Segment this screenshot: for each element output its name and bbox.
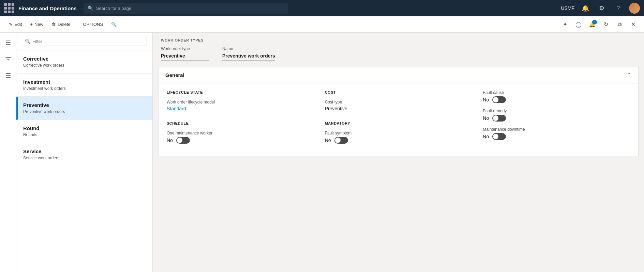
col1-value: Preventive: [161, 53, 209, 61]
edit-icon: ✎: [9, 22, 13, 27]
general-section-header[interactable]: General: [159, 67, 638, 83]
list-item-subtitle-preventive: Preventive work orders: [23, 109, 146, 114]
fault-remedy-toggle-row: No: [483, 115, 630, 122]
col1-header: Work order type: [161, 46, 209, 51]
edit-button[interactable]: ✎ Edit: [5, 20, 25, 29]
search-box[interactable]: 🔍: [84, 3, 288, 14]
fault-remedy-label: Fault remedy: [483, 109, 630, 113]
fault-symptom-toggle-row: No: [325, 137, 472, 144]
lifecycle-state-group-title: LIFECYCLE STATE: [167, 90, 314, 94]
fault-remedy-toggle-label: No: [483, 115, 489, 121]
one-worker-toggle-row: No: [167, 137, 314, 144]
app-grid-icon[interactable]: [4, 3, 14, 13]
cost-group-title: COST: [325, 90, 472, 94]
plus-icon: +: [30, 22, 33, 27]
cost-type-value: Preventive: [325, 106, 472, 113]
toolbar-right-group: ✦ ◯ 🔔 0 ↻ ⧉ ✕: [559, 19, 639, 30]
filter-input[interactable]: [32, 39, 144, 44]
fault-cause-label: Fault cause: [483, 90, 630, 95]
mandatory-group-title: MANDATORY: [325, 121, 472, 125]
nav-list-button[interactable]: ☰: [2, 69, 14, 82]
main-layout: ☰ ☰ 🔍 Corrective Corrective work orders …: [0, 33, 644, 272]
fault-cause-toggle-row: No: [483, 96, 630, 103]
list-item-title-corrective: Corrective: [23, 56, 146, 62]
search-toolbar-icon: 🔍: [111, 22, 117, 27]
notification-badge: 0: [592, 20, 597, 25]
topbar-right: USMF 🔔 ⚙ ?: [561, 3, 640, 14]
toolbar: ✎ Edit + New 🗑 Delete OPTIONS 🔍 ✦ ◯ 🔔 0 …: [0, 16, 644, 33]
list-item-subtitle-service: Service work orders: [23, 156, 146, 160]
list-item-service[interactable]: Service Service work orders: [16, 143, 152, 166]
notification-count-button[interactable]: 🔔 0: [587, 19, 598, 30]
filter-icon: [5, 56, 11, 62]
detail-columns: Work order type Preventive Name Preventi…: [161, 46, 636, 61]
list-item-investment[interactable]: Investment Investment work orders: [16, 74, 152, 97]
filter-search-icon: 🔍: [25, 39, 30, 44]
refresh-button[interactable]: ↻: [600, 19, 611, 30]
col2-value: Preventive work orders: [222, 53, 275, 61]
list-item-preventive[interactable]: Preventive Preventive work orders: [16, 97, 152, 120]
list-item-corrective[interactable]: Corrective Corrective work orders: [16, 50, 152, 74]
col-cost-mandatory: COST Cost type Preventive MANDATORY Faul…: [325, 90, 472, 149]
settings-button[interactable]: ⚙: [596, 3, 607, 14]
col1: Work order type Preventive: [161, 46, 209, 61]
env-label: USMF: [561, 5, 574, 11]
layout-button[interactable]: ✦: [559, 19, 570, 30]
list-panel: 🔍 Corrective Corrective work orders Inve…: [16, 33, 153, 272]
col-lifecycle-schedule: LIFECYCLE STATE Work order lifecycle mod…: [167, 90, 314, 149]
cost-type-label: Cost type: [325, 100, 472, 105]
open-new-window-button[interactable]: ⧉: [614, 19, 625, 30]
col2-header: Name: [222, 46, 275, 51]
fault-remedy-toggle[interactable]: [492, 115, 506, 122]
detail-panel: WORK ORDER TYPES Work order type Prevent…: [153, 33, 644, 272]
hamburger-menu-button[interactable]: ☰: [2, 37, 14, 49]
app-title: Finance and Operations: [18, 5, 77, 11]
close-button[interactable]: ✕: [628, 19, 639, 30]
office-button[interactable]: ◯: [573, 19, 584, 30]
search-input[interactable]: [96, 6, 284, 11]
search-toolbar-button[interactable]: 🔍: [108, 20, 120, 29]
maintenance-downtime-toggle[interactable]: [492, 133, 506, 140]
general-card: General LIFECYCLE STATE Work order lifec…: [158, 67, 639, 156]
topbar: Finance and Operations 🔍 USMF 🔔 ⚙ ?: [0, 0, 644, 16]
list-item-subtitle-investment: Investment work orders: [23, 86, 146, 91]
list-item-title-preventive: Preventive: [23, 102, 146, 108]
maintenance-downtime-toggle-row: No: [483, 133, 630, 140]
lifecycle-model-value[interactable]: Standard: [167, 106, 314, 113]
options-button[interactable]: OPTIONS: [80, 20, 107, 29]
list-item-subtitle-corrective: Corrective work orders: [23, 63, 146, 68]
avatar[interactable]: [629, 3, 640, 14]
general-body: LIFECYCLE STATE Work order lifecycle mod…: [159, 83, 638, 156]
one-worker-toggle-label: No: [167, 138, 173, 143]
list-item-title-round: Round: [23, 125, 146, 131]
list-item-subtitle-round: Rounds: [23, 132, 146, 137]
col2: Name Preventive work orders: [222, 46, 275, 61]
sidenav-collapse: ☰ ☰: [0, 33, 16, 272]
help-button[interactable]: ?: [613, 3, 624, 14]
filter-sidebar-button[interactable]: [2, 53, 14, 65]
general-columns: LIFECYCLE STATE Work order lifecycle mod…: [167, 90, 630, 149]
delete-icon: 🗑: [51, 22, 56, 27]
fault-cause-toggle-label: No: [483, 97, 489, 102]
filter-bar: 🔍: [16, 33, 152, 50]
one-worker-label: One maintenance worker: [167, 131, 314, 135]
col-fault: Fault cause No Fault remedy No: [483, 90, 630, 149]
delete-button[interactable]: 🗑 Delete: [48, 20, 74, 29]
one-worker-toggle[interactable]: [176, 137, 190, 144]
new-button[interactable]: + New: [27, 20, 47, 29]
list-item-title-service: Service: [23, 148, 146, 154]
toolbar-separator: [77, 20, 77, 29]
maintenance-downtime-label: Maintenance downtime: [483, 127, 630, 132]
general-title: General: [165, 72, 184, 78]
schedule-group-title: SCHEDULE: [167, 121, 314, 125]
fault-symptom-label: Fault symptom: [325, 131, 472, 135]
search-icon: 🔍: [88, 5, 93, 11]
fault-cause-toggle[interactable]: [492, 96, 506, 103]
fault-symptom-toggle[interactable]: [334, 137, 348, 144]
detail-header: WORK ORDER TYPES Work order type Prevent…: [153, 33, 644, 61]
list-item-round[interactable]: Round Rounds: [16, 120, 152, 143]
chevron-up-icon: [627, 72, 631, 78]
section-label: WORK ORDER TYPES: [161, 38, 636, 42]
filter-input-container[interactable]: 🔍: [22, 37, 147, 46]
notification-bell-button[interactable]: 🔔: [580, 3, 591, 14]
